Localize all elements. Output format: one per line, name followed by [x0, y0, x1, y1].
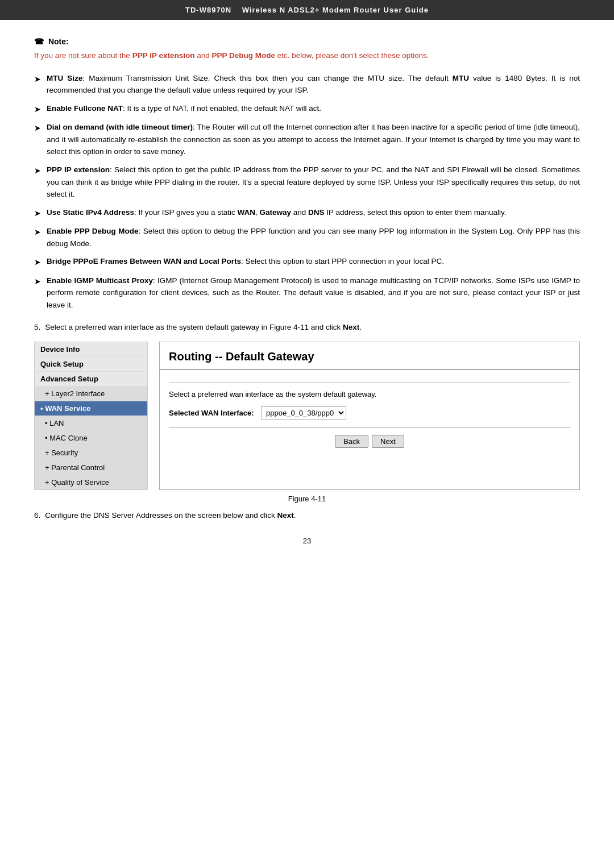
- routing-field-row: Selected WAN Interface: pppoe_0_0_38/ppp…: [169, 406, 570, 420]
- bullet-arrow: ➤: [34, 207, 41, 219]
- figure-caption: Figure 4-11: [34, 495, 580, 503]
- bullet-list: ➤ MTU Size: Maximum Transmission Unit Si…: [34, 72, 580, 312]
- list-item-text: PPP IP extension: Select this option to …: [47, 164, 580, 201]
- list-item-text: Enable PPP Debug Mode: Select this optio…: [47, 225, 580, 250]
- bullet-arrow: ➤: [34, 122, 41, 134]
- step5-text: Select a preferred wan interface as the …: [45, 321, 362, 334]
- step5-number: 5.: [34, 321, 40, 334]
- list-item-text: Bridge PPPoE Frames Between WAN and Loca…: [47, 255, 580, 268]
- routing-wan-label: Selected WAN Interface:: [169, 409, 254, 417]
- routing-title: Routing -- Default Gateway: [160, 342, 579, 370]
- sidebar-item-parental-control[interactable]: + Parental Control: [35, 460, 147, 475]
- sidebar-item-device-info[interactable]: Device Info: [35, 342, 147, 357]
- bullet-arrow: ➤: [34, 256, 41, 268]
- bullet-arrow: ➤: [34, 275, 41, 288]
- sidebar-item-quick-setup[interactable]: Quick Setup: [35, 357, 147, 372]
- bullet-arrow: ➤: [34, 73, 41, 85]
- list-item-text: MTU Size: Maximum Transmission Unit Size…: [47, 72, 580, 97]
- list-item: ➤ PPP IP extension: Select this option t…: [34, 164, 580, 201]
- bullet-arrow: ➤: [34, 164, 41, 177]
- list-item: ➤ Bridge PPPoE Frames Between WAN and Lo…: [34, 255, 580, 268]
- sidebar-item-wan-service[interactable]: • WAN Service: [35, 401, 147, 416]
- page-number: 23: [303, 537, 311, 545]
- step6-section: 6. Configure the DNS Server Addresses on…: [34, 511, 580, 520]
- bullet-arrow: ➤: [34, 103, 41, 115]
- step6-number: 6.: [34, 511, 40, 520]
- page-footer: 23: [34, 537, 580, 545]
- routing-wan-select[interactable]: pppoe_0_0_38/ppp0: [261, 406, 346, 420]
- list-item: ➤ MTU Size: Maximum Transmission Unit Si…: [34, 72, 580, 97]
- figure-area: Device Info Quick Setup Advanced Setup +…: [34, 342, 580, 490]
- routing-description: Select a preferred wan interface as the …: [169, 390, 570, 398]
- list-item: ➤ Use Static IPv4 Address: If your ISP g…: [34, 206, 580, 219]
- list-item: ➤ Enable IGMP Multicast Proxy: IGMP (Int…: [34, 275, 580, 312]
- bullet-arrow: ➤: [34, 226, 41, 238]
- sidebar-item-layer2-interface[interactable]: + Layer2 Interface: [35, 387, 147, 401]
- note-section: ☎ Note: If you are not sure about the PP…: [34, 37, 580, 62]
- sidebar-item-quality-of-service[interactable]: + Quality of Service: [35, 475, 147, 489]
- list-item-text: Enable Fullcone NAT: It is a type of NAT…: [47, 102, 580, 115]
- back-button[interactable]: Back: [335, 435, 368, 448]
- routing-panel: Routing -- Default Gateway Select a pref…: [159, 342, 580, 490]
- routing-buttons: Back Next: [169, 435, 570, 448]
- ppp-debug-mode-bold: PPP Debug Mode: [211, 51, 275, 60]
- sidebar-item-advanced-setup[interactable]: Advanced Setup: [35, 372, 147, 387]
- routing-top-divider: [169, 383, 570, 383]
- sidebar-item-mac-clone[interactable]: • MAC Clone: [35, 431, 147, 446]
- routing-body: Select a preferred wan interface as the …: [160, 370, 579, 456]
- list-item: ➤ Enable PPP Debug Mode: Select this opt…: [34, 225, 580, 250]
- sidebar-item-lan[interactable]: • LAN: [35, 416, 147, 431]
- next-button[interactable]: Next: [372, 435, 404, 448]
- step6-text: Configure the DNS Server Addresses on th…: [45, 511, 296, 520]
- header-title: Wireless N ADSL2+ Modem Router User Guid…: [242, 6, 429, 14]
- note-text: If you are not sure about the PPP IP ext…: [34, 49, 580, 62]
- step5-section: 5. Select a preferred wan interface as t…: [34, 321, 580, 334]
- list-item: ➤ Enable Fullcone NAT: It is a type of N…: [34, 102, 580, 115]
- note-icon: ☎: [34, 37, 44, 46]
- page-header: TD-W8970N Wireless N ADSL2+ Modem Router…: [0, 0, 614, 20]
- list-item: ➤ Dial on demand (with idle timeout time…: [34, 121, 580, 158]
- list-item-text: Enable IGMP Multicast Proxy: IGMP (Inter…: [47, 275, 580, 312]
- routing-bottom-divider: [169, 427, 570, 428]
- note-title: ☎ Note:: [34, 37, 580, 46]
- sidebar-item-security[interactable]: + Security: [35, 446, 147, 460]
- sidebar-nav[interactable]: Device Info Quick Setup Advanced Setup +…: [34, 342, 148, 490]
- step6-next-bold: Next: [277, 511, 293, 520]
- ppp-ip-extension-bold: PPP IP extension: [132, 51, 195, 60]
- step5-next-bold: Next: [343, 323, 359, 331]
- list-item-text: Use Static IPv4 Address: If your ISP giv…: [47, 206, 580, 219]
- list-item-text: Dial on demand (with idle timeout timer)…: [47, 121, 580, 158]
- header-model: TD-W8970N: [185, 6, 231, 14]
